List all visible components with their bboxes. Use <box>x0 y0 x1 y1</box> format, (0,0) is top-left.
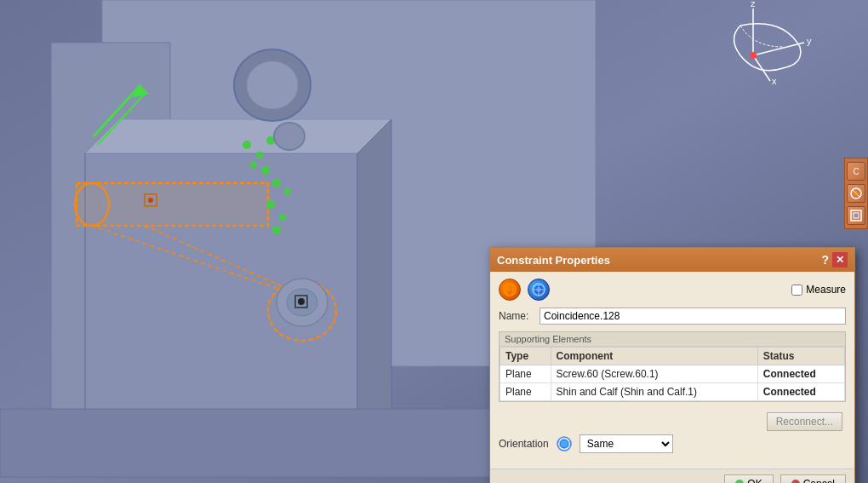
mini-panel-icon1[interactable] <box>847 184 865 203</box>
cell-component: Screw.60 (Screw.60.1) <box>551 365 757 383</box>
svg-marker-4 <box>85 119 391 153</box>
mini-panel-close[interactable]: C <box>847 162 865 181</box>
help-button[interactable]: ? <box>821 253 829 267</box>
right-mini-panel: C <box>844 158 868 229</box>
dialog-body: Measure Name: Supporting Elements Type C… <box>490 272 854 469</box>
cell-type: Plane <box>500 365 551 383</box>
cell-status: Connected <box>757 383 844 401</box>
svg-rect-46 <box>854 213 859 218</box>
svg-point-24 <box>272 226 281 234</box>
svg-point-26 <box>148 198 153 203</box>
svg-point-22 <box>266 200 275 209</box>
ok-button[interactable]: OK <box>724 474 773 483</box>
titlebar-controls: ? ✕ <box>821 252 848 267</box>
dialog-titlebar-left: Constraint Properties <box>497 254 610 267</box>
col-header-status: Status <box>757 348 844 365</box>
mini-panel-icon2[interactable] <box>847 206 865 225</box>
constraint-icon-orange <box>499 279 521 301</box>
svg-marker-7 <box>77 183 268 226</box>
table-row: PlaneScrew.60 (Screw.60.1)Connected <box>500 365 845 383</box>
svg-point-41 <box>750 52 757 59</box>
measure-label[interactable]: Measure <box>806 284 846 296</box>
orientation-select[interactable]: SameOpposite <box>580 434 673 453</box>
cell-status: Connected <box>757 365 844 383</box>
cell-component: Shin and Calf (Shin and Calf.1) <box>551 383 757 401</box>
svg-point-28 <box>247 61 298 109</box>
cancel-label: Cancel <box>803 478 835 483</box>
svg-text:x: x <box>772 76 777 86</box>
supporting-elements-title: Supporting Elements <box>500 332 845 347</box>
svg-point-15 <box>243 141 251 149</box>
name-input[interactable] <box>540 308 846 325</box>
dialog-close-button[interactable]: ✕ <box>832 252 848 267</box>
dialog-titlebar: Constraint Properties ? ✕ <box>490 248 854 272</box>
cancel-button[interactable]: Cancel <box>780 474 846 483</box>
svg-text:y: y <box>807 36 812 46</box>
table-row: PlaneShin and Calf (Shin and Calf.1)Conn… <box>500 383 845 401</box>
name-label: Name: <box>499 310 533 322</box>
reconnect-button[interactable]: Reconnect... <box>767 412 842 431</box>
elements-table: Type Component Status PlaneScrew.60 (Scr… <box>500 347 845 401</box>
dialog-title: Constraint Properties <box>497 254 610 267</box>
svg-point-18 <box>250 162 257 169</box>
svg-line-44 <box>853 190 859 197</box>
svg-point-23 <box>279 214 286 221</box>
svg-text:z: z <box>751 0 756 9</box>
dialog-icons-row: Measure <box>499 279 846 301</box>
svg-point-33 <box>298 298 305 305</box>
svg-point-21 <box>284 188 291 195</box>
measure-checkbox[interactable] <box>791 285 802 296</box>
orientation-icon <box>556 435 573 452</box>
ok-dot <box>735 480 744 483</box>
cell-type: Plane <box>500 383 551 401</box>
reconnect-row: Reconnect... <box>499 409 846 434</box>
svg-point-20 <box>272 179 281 187</box>
svg-point-19 <box>261 166 270 175</box>
constraint-icon-multi <box>528 279 550 301</box>
orientation-label: Orientation <box>499 438 549 450</box>
dialog-footer: OK Cancel <box>490 469 854 483</box>
measure-checkbox-area: Measure <box>791 284 846 296</box>
col-header-type: Type <box>500 348 551 365</box>
orientation-row: Orientation SameOpposite <box>499 434 846 453</box>
supporting-elements-group: Supporting Elements Type Component Statu… <box>499 331 846 402</box>
svg-point-16 <box>256 152 263 158</box>
svg-marker-5 <box>357 119 391 443</box>
col-header-component: Component <box>551 348 757 365</box>
ok-label: OK <box>747 478 762 483</box>
constraint-properties-dialog: Constraint Properties ? ✕ <box>489 247 855 483</box>
cancel-dot <box>791 480 800 483</box>
svg-point-29 <box>274 123 305 150</box>
name-row: Name: <box>499 308 846 325</box>
